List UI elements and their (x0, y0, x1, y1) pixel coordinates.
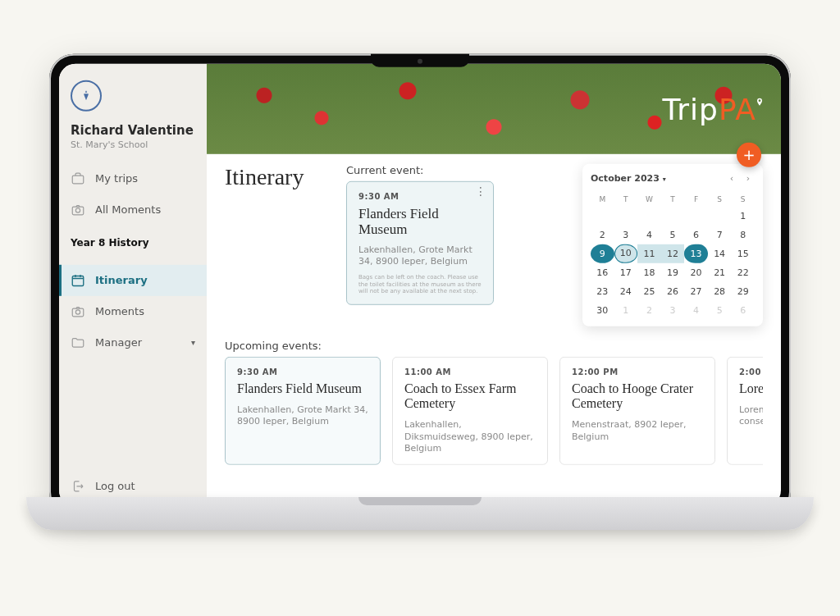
calendar-day[interactable]: 26 (661, 281, 685, 300)
calendar-dow: T (614, 191, 638, 206)
event-address: Lakenhallen, Grote Markt 34, 8900 Ieper,… (237, 404, 368, 428)
nav-label: Manager (95, 336, 142, 349)
calendar-day[interactable]: 6 (731, 300, 755, 319)
calendar-day[interactable]: 3 (614, 225, 638, 244)
calendar-day[interactable]: 2 (637, 300, 661, 319)
pin-icon (755, 81, 765, 115)
hero-banner: TripPA (207, 63, 781, 153)
add-button[interactable]: + (737, 142, 761, 167)
calendar-dow: T (661, 191, 685, 206)
current-event-label: Current event: (346, 163, 494, 176)
calendar-day[interactable]: 15 (731, 244, 755, 262)
upcoming-event-card[interactable]: 12:00 PMCoach to Hooge Crater CemeteryMe… (559, 356, 715, 465)
calendar-day[interactable]: 22 (731, 262, 755, 281)
calendar-dow: F (684, 191, 708, 206)
svg-rect-0 (72, 176, 84, 184)
camera-icon (71, 303, 85, 318)
calendar-icon (71, 272, 85, 287)
nav-label: Log out (95, 480, 135, 492)
calendar-day[interactable]: 7 (708, 225, 732, 244)
calendar-day (708, 206, 732, 225)
event-address: Menenstraat, 8902 Ieper, Belgium (572, 419, 703, 443)
page-title: Itinerary (225, 163, 331, 189)
calendar-day[interactable]: 29 (731, 281, 755, 300)
nav-my-trips[interactable]: My trips (59, 162, 207, 194)
calendar-day[interactable]: 3 (661, 300, 685, 319)
event-address: Lakenhallen, Diksmuidseweg, 8900 Ieper, … (404, 419, 536, 454)
event-time: 2:00 PM (739, 367, 763, 376)
calendar-day[interactable]: 27 (684, 281, 708, 300)
nav-label: Moments (95, 305, 144, 317)
nav-moments[interactable]: Moments (59, 295, 207, 326)
calendar-day[interactable]: 24 (614, 281, 638, 300)
svg-point-5 (75, 309, 80, 313)
nav-manager[interactable]: Manager ▾ (59, 326, 207, 358)
nav-label: Itinerary (95, 274, 148, 286)
calendar-day[interactable]: 16 (591, 262, 614, 281)
chevron-down-icon: ▾ (663, 176, 666, 183)
calendar-next[interactable]: › (742, 171, 755, 185)
folder-icon (71, 335, 85, 349)
upcoming-event-card[interactable]: 9:30 AMFlanders Field MuseumLakenhallen,… (225, 356, 381, 465)
calendar-day[interactable]: 25 (637, 281, 661, 300)
nav-section-trip: Year 8 History (59, 225, 207, 253)
calendar-day[interactable]: 5 (708, 300, 732, 319)
calendar-day (637, 206, 661, 225)
upcoming-event-card[interactable]: 2:00 PMLoremLorem ipsum dolor sit amet, … (727, 356, 763, 465)
event-title: Flanders Field Museum (358, 205, 482, 237)
calendar-month[interactable]: October 2023 ▾ (591, 173, 722, 184)
svg-rect-3 (72, 276, 84, 285)
calendar-day[interactable]: 11 (637, 244, 661, 262)
upcoming-event-card[interactable]: 11:00 AMCoach to Essex Farm CemeteryLake… (392, 356, 548, 465)
calendar-day[interactable]: 23 (591, 281, 614, 300)
calendar-day (591, 206, 614, 225)
current-event-card[interactable]: ⋮ 9:30 AM Flanders Field Museum Lakenhal… (346, 180, 494, 305)
calendar-day[interactable]: 8 (731, 225, 755, 244)
brand-part2: PA (719, 92, 756, 125)
chevron-down-icon: ▾ (191, 338, 195, 347)
event-time: 11:00 AM (404, 367, 536, 376)
card-menu-icon[interactable]: ⋮ (475, 188, 486, 194)
calendar-day[interactable]: 10 (614, 244, 638, 262)
calendar-day[interactable]: 6 (684, 225, 708, 244)
calendar: October 2023 ▾ ‹ › MTWTFSS12345678910111… (582, 163, 763, 326)
main: TripPA + Itinerary Current event: (207, 63, 781, 506)
calendar-day[interactable]: 4 (637, 225, 661, 244)
nav-label: My trips (95, 172, 138, 185)
calendar-prev[interactable]: ‹ (725, 171, 738, 185)
calendar-day[interactable]: 18 (637, 262, 661, 281)
event-time: 9:30 AM (237, 367, 368, 376)
calendar-day[interactable]: 1 (614, 300, 638, 319)
calendar-day (661, 206, 685, 225)
calendar-day[interactable]: 17 (614, 262, 638, 281)
event-title: Lorem (739, 381, 763, 395)
calendar-day (614, 206, 638, 225)
calendar-dow: S (708, 191, 732, 206)
calendar-day[interactable]: 4 (684, 300, 708, 319)
briefcase-icon (71, 171, 85, 185)
camera-icon (71, 202, 85, 217)
upcoming-label: Upcoming events: (225, 339, 763, 351)
calendar-day[interactable]: 20 (684, 262, 708, 281)
calendar-day[interactable]: 14 (708, 244, 732, 262)
calendar-day[interactable]: 19 (661, 262, 685, 281)
calendar-day[interactable]: 21 (708, 262, 732, 281)
nav-itinerary[interactable]: Itinerary (59, 264, 207, 295)
logout-icon (71, 478, 85, 493)
nav-all-moments[interactable]: All Moments (59, 194, 207, 225)
event-time: 12:00 PM (572, 367, 703, 376)
school-logo (71, 80, 102, 111)
event-title: Coach to Essex Farm Cemetery (404, 381, 536, 411)
event-time: 9:30 AM (358, 191, 482, 200)
user-name: Richard Valentine (71, 122, 195, 137)
calendar-day[interactable]: 1 (731, 206, 755, 225)
calendar-day[interactable]: 5 (661, 225, 685, 244)
calendar-day[interactable]: 2 (591, 225, 614, 244)
user-school: St. Mary's School (71, 139, 195, 149)
calendar-day[interactable]: 30 (591, 300, 614, 319)
calendar-day[interactable]: 28 (708, 281, 732, 300)
calendar-day[interactable]: 12 (661, 244, 685, 262)
calendar-day[interactable]: 13 (684, 244, 708, 262)
event-address: Lorem ipsum dolor sit amet, consectetur (739, 404, 763, 428)
calendar-day[interactable]: 9 (591, 244, 614, 262)
